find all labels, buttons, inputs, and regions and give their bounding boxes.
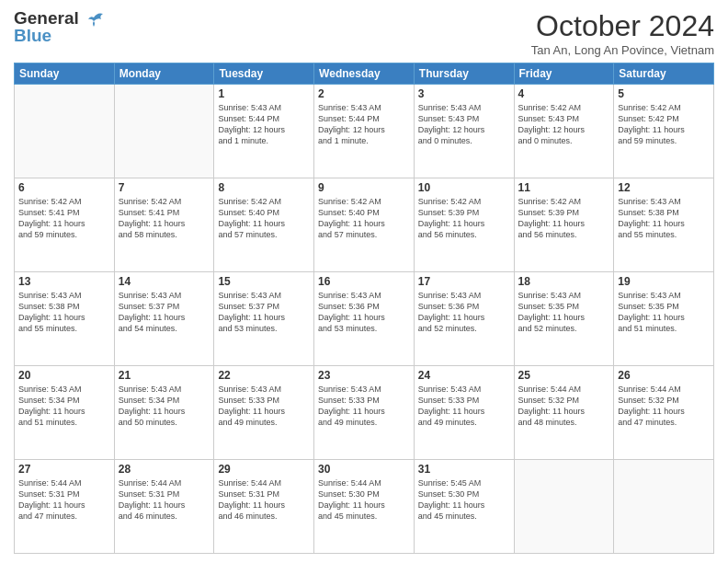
- title-area: October 2024 Tan An, Long An Povince, Vi…: [531, 9, 714, 57]
- day-info: Sunrise: 5:44 AM Sunset: 5:31 PM Dayligh…: [119, 477, 210, 523]
- day-number: 10: [418, 181, 510, 194]
- subtitle: Tan An, Long An Povince, Vietnam: [531, 43, 714, 57]
- day-info: Sunrise: 5:45 AM Sunset: 5:30 PM Dayligh…: [418, 477, 510, 523]
- col-thursday: Thursday: [414, 63, 514, 85]
- day-info: Sunrise: 5:43 AM Sunset: 5:37 PM Dayligh…: [119, 290, 210, 335]
- calendar-week-row: 1Sunrise: 5:43 AM Sunset: 5:44 PM Daylig…: [15, 85, 714, 178]
- calendar-week-row: 27Sunrise: 5:44 AM Sunset: 5:31 PM Dayli…: [15, 460, 714, 554]
- day-number: 31: [418, 463, 510, 476]
- calendar-cell: 7Sunrise: 5:42 AM Sunset: 5:41 PM Daylig…: [114, 178, 214, 272]
- day-number: 30: [318, 463, 410, 476]
- calendar-cell: 18Sunrise: 5:43 AM Sunset: 5:35 PM Dayli…: [514, 272, 614, 366]
- day-number: 5: [618, 87, 710, 100]
- day-number: 29: [218, 463, 310, 476]
- calendar-cell: 4Sunrise: 5:42 AM Sunset: 5:43 PM Daylig…: [514, 85, 614, 178]
- day-number: 18: [518, 275, 610, 288]
- day-info: Sunrise: 5:42 AM Sunset: 5:43 PM Dayligh…: [518, 102, 610, 147]
- calendar-cell: 1Sunrise: 5:43 AM Sunset: 5:44 PM Daylig…: [214, 85, 314, 178]
- day-info: Sunrise: 5:43 AM Sunset: 5:44 PM Dayligh…: [318, 102, 410, 147]
- calendar-cell: 24Sunrise: 5:43 AM Sunset: 5:33 PM Dayli…: [414, 366, 514, 460]
- day-number: 8: [218, 181, 310, 194]
- day-info: Sunrise: 5:44 AM Sunset: 5:32 PM Dayligh…: [618, 384, 710, 429]
- calendar-cell: 20Sunrise: 5:43 AM Sunset: 5:34 PM Dayli…: [15, 366, 115, 460]
- calendar-week-row: 13Sunrise: 5:43 AM Sunset: 5:38 PM Dayli…: [15, 272, 714, 366]
- day-info: Sunrise: 5:43 AM Sunset: 5:38 PM Dayligh…: [18, 290, 110, 335]
- day-number: 11: [518, 181, 610, 194]
- col-sunday: Sunday: [15, 63, 115, 85]
- calendar-cell: 22Sunrise: 5:43 AM Sunset: 5:33 PM Dayli…: [214, 366, 314, 460]
- calendar-cell: 10Sunrise: 5:42 AM Sunset: 5:39 PM Dayli…: [414, 178, 514, 272]
- day-info: Sunrise: 5:43 AM Sunset: 5:33 PM Dayligh…: [418, 384, 510, 429]
- day-number: 4: [518, 87, 610, 100]
- calendar-cell: 16Sunrise: 5:43 AM Sunset: 5:36 PM Dayli…: [314, 272, 415, 366]
- page: General Blue October 2024 Tan An, Long A…: [0, 0, 728, 563]
- day-info: Sunrise: 5:43 AM Sunset: 5:34 PM Dayligh…: [119, 384, 210, 429]
- calendar-cell: 29Sunrise: 5:44 AM Sunset: 5:31 PM Dayli…: [214, 460, 314, 554]
- day-info: Sunrise: 5:42 AM Sunset: 5:42 PM Dayligh…: [618, 102, 710, 147]
- calendar-cell: 23Sunrise: 5:43 AM Sunset: 5:33 PM Dayli…: [314, 366, 415, 460]
- col-friday: Friday: [514, 63, 614, 85]
- calendar-cell: 15Sunrise: 5:43 AM Sunset: 5:37 PM Dayli…: [214, 272, 314, 366]
- day-info: Sunrise: 5:43 AM Sunset: 5:34 PM Dayligh…: [18, 384, 110, 429]
- day-number: 13: [18, 275, 110, 288]
- day-number: 21: [119, 369, 210, 382]
- day-info: Sunrise: 5:42 AM Sunset: 5:41 PM Dayligh…: [119, 196, 210, 241]
- calendar-cell: 25Sunrise: 5:44 AM Sunset: 5:32 PM Dayli…: [514, 366, 614, 460]
- logo-general: General: [14, 9, 79, 27]
- calendar-cell: 3Sunrise: 5:43 AM Sunset: 5:43 PM Daylig…: [414, 85, 514, 178]
- day-number: 25: [518, 369, 610, 382]
- calendar-header-row: Sunday Monday Tuesday Wednesday Thursday…: [15, 63, 714, 85]
- calendar-cell: [15, 85, 115, 178]
- day-number: 12: [618, 181, 710, 194]
- day-info: Sunrise: 5:44 AM Sunset: 5:31 PM Dayligh…: [218, 477, 310, 523]
- logo: General Blue: [14, 9, 107, 44]
- calendar-week-row: 20Sunrise: 5:43 AM Sunset: 5:34 PM Dayli…: [15, 366, 714, 460]
- calendar-cell: 12Sunrise: 5:43 AM Sunset: 5:38 PM Dayli…: [614, 178, 714, 272]
- day-number: 20: [18, 369, 110, 382]
- calendar-cell: 21Sunrise: 5:43 AM Sunset: 5:34 PM Dayli…: [114, 366, 214, 460]
- calendar-cell: 26Sunrise: 5:44 AM Sunset: 5:32 PM Dayli…: [614, 366, 714, 460]
- day-number: 27: [18, 463, 110, 476]
- calendar-cell: 27Sunrise: 5:44 AM Sunset: 5:31 PM Dayli…: [15, 460, 115, 554]
- day-number: 7: [119, 181, 210, 194]
- calendar-cell: 11Sunrise: 5:42 AM Sunset: 5:39 PM Dayli…: [514, 178, 614, 272]
- day-info: Sunrise: 5:43 AM Sunset: 5:36 PM Dayligh…: [318, 290, 410, 335]
- header: General Blue October 2024 Tan An, Long A…: [14, 9, 714, 57]
- calendar-cell: 5Sunrise: 5:42 AM Sunset: 5:42 PM Daylig…: [614, 85, 714, 178]
- day-info: Sunrise: 5:44 AM Sunset: 5:32 PM Dayligh…: [518, 384, 610, 429]
- day-number: 2: [318, 87, 410, 100]
- calendar-cell: 30Sunrise: 5:44 AM Sunset: 5:30 PM Dayli…: [314, 460, 415, 554]
- day-info: Sunrise: 5:43 AM Sunset: 5:44 PM Dayligh…: [218, 102, 310, 147]
- month-title: October 2024: [531, 9, 714, 43]
- day-info: Sunrise: 5:43 AM Sunset: 5:43 PM Dayligh…: [418, 102, 510, 147]
- logo-blue: Blue: [14, 27, 79, 44]
- day-number: 19: [618, 275, 710, 288]
- col-saturday: Saturday: [614, 63, 714, 85]
- day-number: 14: [119, 275, 210, 288]
- day-info: Sunrise: 5:42 AM Sunset: 5:41 PM Dayligh…: [18, 196, 110, 241]
- day-number: 17: [418, 275, 510, 288]
- calendar-week-row: 6Sunrise: 5:42 AM Sunset: 5:41 PM Daylig…: [15, 178, 714, 272]
- col-monday: Monday: [114, 63, 214, 85]
- day-number: 9: [318, 181, 410, 194]
- day-number: 6: [18, 181, 110, 194]
- col-wednesday: Wednesday: [314, 63, 415, 85]
- calendar-cell: 6Sunrise: 5:42 AM Sunset: 5:41 PM Daylig…: [15, 178, 115, 272]
- day-info: Sunrise: 5:44 AM Sunset: 5:30 PM Dayligh…: [318, 477, 410, 523]
- day-number: 15: [218, 275, 310, 288]
- day-number: 3: [418, 87, 510, 100]
- day-info: Sunrise: 5:42 AM Sunset: 5:40 PM Dayligh…: [218, 196, 310, 241]
- day-number: 28: [119, 463, 210, 476]
- calendar-cell: 13Sunrise: 5:43 AM Sunset: 5:38 PM Dayli…: [15, 272, 115, 366]
- day-info: Sunrise: 5:43 AM Sunset: 5:38 PM Dayligh…: [618, 196, 710, 241]
- calendar-cell: 28Sunrise: 5:44 AM Sunset: 5:31 PM Dayli…: [114, 460, 214, 554]
- day-info: Sunrise: 5:43 AM Sunset: 5:36 PM Dayligh…: [418, 290, 510, 335]
- calendar-cell: [614, 460, 714, 554]
- calendar-cell: 9Sunrise: 5:42 AM Sunset: 5:40 PM Daylig…: [314, 178, 415, 272]
- day-info: Sunrise: 5:42 AM Sunset: 5:39 PM Dayligh…: [518, 196, 610, 241]
- day-info: Sunrise: 5:43 AM Sunset: 5:33 PM Dayligh…: [318, 384, 410, 429]
- calendar-cell: [514, 460, 614, 554]
- logo-bird-icon: [81, 10, 107, 36]
- calendar-cell: [114, 85, 214, 178]
- day-number: 22: [218, 369, 310, 382]
